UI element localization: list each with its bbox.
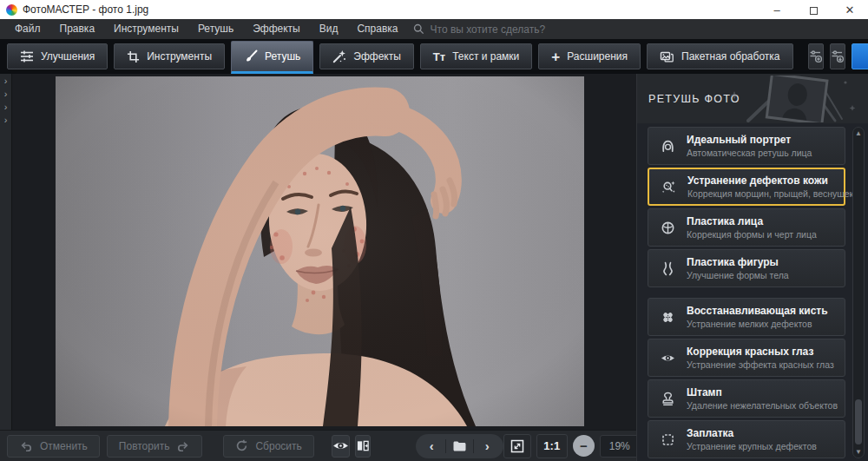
body-sculpt-icon	[656, 261, 679, 276]
reset-button[interactable]: Сбросить	[223, 435, 313, 458]
tab-text-frames[interactable]: Tт Текст и рамки	[420, 43, 532, 69]
previous-photo-button[interactable]: ‹	[418, 434, 445, 458]
minimize-button[interactable]: –	[759, 0, 795, 19]
restore-button[interactable]	[795, 0, 832, 19]
face-sculpt-icon	[656, 221, 679, 235]
item-subtitle: Улучшение формы тела	[687, 270, 789, 280]
save-button[interactable]: Сохранить	[852, 43, 868, 69]
photo-image[interactable]	[56, 76, 584, 426]
magic-wand-icon	[332, 49, 346, 63]
menu-file[interactable]: Файл	[5, 19, 50, 39]
tab-label: Текст и рамки	[452, 50, 519, 63]
plus-icon: +	[551, 49, 560, 64]
sidebar-item-body-sculpting[interactable]: Пластика фигуры Улучшение формы тела	[648, 249, 845, 287]
healing-brush-icon	[656, 310, 679, 325]
sidebar-item-patch[interactable]: Заплатка Устранение крупных дефектов	[648, 420, 845, 458]
expand-panel-icon[interactable]: ›	[4, 75, 8, 88]
tab-batch-processing[interactable]: Пакетная обработка	[647, 43, 792, 69]
group-divider	[648, 290, 845, 298]
menubar: Файл Правка Инструменты Ретушь Эффекты В…	[0, 19, 868, 39]
item-title: Коррекция красных глаз	[687, 346, 834, 358]
tab-tools[interactable]: Инструменты	[114, 43, 225, 69]
preset-add-icon	[809, 49, 823, 63]
item-title: Восстанавливающая кисть	[687, 305, 828, 317]
menu-tools[interactable]: Инструменты	[104, 19, 188, 39]
reset-label: Сбросить	[255, 440, 301, 452]
undo-button[interactable]: Отменить	[7, 435, 100, 458]
crop-icon	[127, 50, 140, 63]
redo-button[interactable]: Повторить	[107, 435, 203, 458]
app-logo-icon	[6, 4, 17, 16]
item-title: Устранение дефектов кожи	[687, 175, 837, 187]
eye-icon	[656, 352, 679, 365]
photos-stack-icon	[660, 49, 674, 63]
scrollbar-thumb[interactable]	[855, 399, 862, 445]
zoom-level: 19%	[600, 435, 640, 458]
scroll-up-icon[interactable]: ▲	[853, 129, 864, 137]
undo-label: Отменить	[40, 440, 88, 452]
minimize-icon: –	[773, 4, 779, 16]
item-subtitle: Устранение мелких дефектов	[687, 319, 828, 329]
window-title: ФотоМАСТЕР - фото 1.jpg	[23, 3, 148, 16]
scroll-down-icon[interactable]: ▼	[853, 448, 864, 456]
minus-icon: −	[580, 439, 588, 452]
brush-icon	[244, 49, 258, 63]
photo-navigator: ‹ ›	[416, 434, 503, 458]
fit-to-screen-button[interactable]	[503, 434, 531, 458]
item-subtitle: Устранение эффекта красных глаз	[687, 359, 834, 370]
add-preset-button[interactable]	[808, 43, 824, 69]
item-title: Штамп	[687, 386, 838, 398]
tab-improvements[interactable]: Улучшения	[7, 43, 108, 69]
item-subtitle: Автоматическая ретушь лица	[687, 148, 812, 158]
sidebar-item-healing-brush[interactable]: Восстанавливающая кисть Устранение мелки…	[648, 298, 845, 336]
text-icon: Tт	[433, 50, 445, 63]
open-folder-button[interactable]	[446, 434, 473, 458]
sidebar-item-skin-defects[interactable]: Устранение дефектов кожи Коррекция морщи…	[648, 168, 845, 206]
zoom-out-button[interactable]: −	[573, 435, 595, 457]
photo-canvas[interactable]: › › › ›	[0, 74, 636, 430]
menu-view[interactable]: Вид	[310, 19, 348, 39]
tab-label: Расширения	[567, 50, 628, 63]
sidebar-item-red-eye[interactable]: Коррекция красных глаз Устранение эффект…	[648, 339, 845, 377]
reset-icon	[235, 439, 248, 452]
undo-icon	[19, 439, 33, 452]
titlebar: ФотоМАСТЕР - фото 1.jpg – ✕	[0, 0, 868, 19]
canvas-column: › › › ›	[0, 74, 636, 461]
show-original-button[interactable]	[332, 435, 350, 458]
bottom-toolbar: Отменить Повторить Сбросить ‹	[0, 430, 636, 461]
expand-panel-icon[interactable]: ›	[4, 88, 8, 101]
next-photo-button[interactable]: ›	[474, 434, 501, 458]
menu-edit[interactable]: Правка	[50, 19, 105, 39]
chevron-left-icon: ‹	[430, 438, 434, 453]
content-area: › › › ›	[0, 74, 868, 461]
skin-defects-icon	[657, 180, 680, 194]
menu-effects[interactable]: Эффекты	[243, 19, 310, 39]
restore-icon	[810, 7, 818, 15]
item-title: Пластика фигуры	[687, 256, 789, 268]
export-preset-button[interactable]	[830, 43, 845, 69]
portrait-icon	[656, 139, 679, 154]
sidebar-item-face-sculpting[interactable]: Пластика лица Коррекция формы и черт лиц…	[648, 208, 845, 247]
mode-tabbar: Улучшения Инструменты Ретушь Эффекты Tт …	[0, 39, 868, 74]
compare-button[interactable]	[355, 435, 371, 458]
tab-extensions[interactable]: + Расширения	[538, 43, 641, 69]
retouch-panel: РЕТУШЬ ФОТО	[636, 74, 868, 461]
actual-size-button[interactable]: 1:1	[536, 434, 568, 458]
tab-effects[interactable]: Эффекты	[319, 43, 414, 69]
tab-retouch[interactable]: Ретушь	[231, 41, 313, 74]
expand-panel-icon[interactable]: ›	[4, 114, 8, 127]
redo-label: Повторить	[119, 440, 170, 452]
menu-help[interactable]: Справка	[347, 19, 407, 39]
sliders-icon	[20, 49, 34, 63]
item-title: Пластика лица	[687, 215, 817, 227]
panel-scrollbar[interactable]: ▲ ▼	[852, 127, 865, 458]
quick-search[interactable]: Что вы хотите сделать?	[413, 23, 546, 36]
sidebar-item-stamp[interactable]: Штамп Удаление нежелательных объектов	[648, 379, 845, 418]
close-button[interactable]: ✕	[832, 0, 868, 19]
expand-panel-icon[interactable]: ›	[4, 101, 8, 114]
retouch-tools-list: Идеальный портрет Автоматическая ретушь …	[637, 123, 868, 461]
redo-icon	[176, 439, 190, 452]
sidebar-item-perfect-portrait[interactable]: Идеальный портрет Автоматическая ретушь …	[648, 127, 845, 165]
menu-retouch[interactable]: Ретушь	[188, 19, 243, 39]
item-subtitle: Удаление нежелательных объектов	[687, 400, 838, 411]
